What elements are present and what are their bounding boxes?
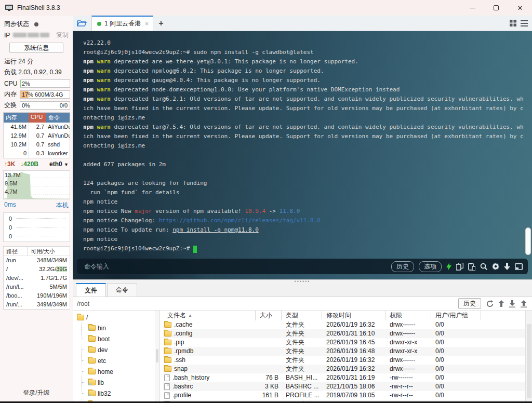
tree-item-lib[interactable]: lib xyxy=(82,377,155,388)
column-header[interactable]: 类型 xyxy=(282,311,322,320)
column-header[interactable]: 文件名▲ xyxy=(163,311,256,320)
refresh-icon[interactable] xyxy=(486,300,494,307)
tree-item-bin[interactable]: bin xyxy=(82,323,155,333)
grid-view-icon[interactable] xyxy=(510,20,516,26)
terminal-line: npm warn deprecated npmlog@6.0.2: This p… xyxy=(83,66,532,76)
session-tabbar: 1 阿里云香港 × + xyxy=(73,16,532,31)
file-row[interactable]: .pip文件夹2026/01/19 16:45drwxr-xr-x0/0 xyxy=(163,338,532,347)
tree-item-lib32[interactable]: lib32 xyxy=(82,388,155,399)
sort-ascending-icon: ▲ xyxy=(188,311,192,320)
file-row[interactable]: .rpmdb文件夹2026/01/19 16:48drwxr-xr-x0/0 xyxy=(163,347,532,356)
cpu-label: CPU xyxy=(4,80,20,87)
folder-icon xyxy=(88,369,96,374)
panel-resize-divider[interactable]: •••••• xyxy=(73,279,532,283)
path-history-button[interactable]: 历史 xyxy=(458,298,481,309)
file-row[interactable]: .profile161 BPROFILE ...2019/07/09 18:05… xyxy=(163,391,532,400)
search-icon[interactable] xyxy=(480,263,487,270)
terminal-line: npm warn deprecated node-domexception@1.… xyxy=(83,85,532,95)
new-tab-button[interactable]: + xyxy=(153,16,169,31)
process-table: 内存CPU命令41.6M2.7AliYunDu12.9M0.7AliYunDu1… xyxy=(3,112,70,158)
menu-icon[interactable] xyxy=(521,20,528,26)
interface-selector[interactable]: eth0 ▼ xyxy=(49,160,69,168)
column-header[interactable]: 大小 xyxy=(256,311,282,320)
tab-close-icon[interactable]: × xyxy=(145,20,149,28)
ping-latency: 0ms xyxy=(4,201,16,210)
file-row[interactable]: 73 BCFG 文件2026/01/19 16:450/0 xyxy=(163,400,532,401)
cpu-meter: 2% xyxy=(20,79,70,88)
ping-graph: 000 xyxy=(3,212,70,242)
file-list-scrollbar[interactable] xyxy=(525,311,532,401)
paste-icon[interactable] xyxy=(468,263,475,271)
terminal-line: npm warn deprecated tar@6.2.1: Old versi… xyxy=(83,95,532,104)
terminal-scrollbar[interactable] xyxy=(525,227,531,255)
command-input[interactable]: 命令输入 xyxy=(84,262,109,271)
file-row[interactable]: .bash_history76 BBASH_HI...2026/01/31 16… xyxy=(163,373,532,382)
upload-icon[interactable] xyxy=(521,300,527,307)
graph-axis-labels: 13.7M9.5M4.7M xyxy=(5,171,21,196)
close-button[interactable]: ✕ xyxy=(508,0,532,16)
download-arrow-icon[interactable] xyxy=(504,263,510,270)
options-button[interactable]: 选项 xyxy=(419,261,442,272)
terminal[interactable]: v22.22.0root@iZj6c9j0js104wecw2c9upZ:~# … xyxy=(73,31,532,279)
disk-row: /boo...190M/196M xyxy=(4,291,70,300)
file-panel-tabs: 文件 命令 xyxy=(73,283,532,297)
tree-item-boot[interactable]: boot xyxy=(82,333,155,344)
memory-label: 内存 xyxy=(4,90,20,99)
tree-item-root[interactable]: / xyxy=(77,312,155,323)
file-row[interactable]: .ssh文件夹2026/01/19 16:32drwx------0/0 xyxy=(163,356,532,365)
window-title: FinalShell 3.8.3 xyxy=(17,4,60,11)
file-row[interactable]: snap文件夹2026/01/19 16:32drwx------0/0 xyxy=(163,365,532,373)
terminal-line: 124 packages are looking for funding xyxy=(83,179,532,188)
connection-manager-button[interactable] xyxy=(73,16,91,31)
column-header[interactable]: 修改时间 xyxy=(322,311,385,320)
tab-session-1[interactable]: 1 阿里云香港 × xyxy=(91,16,153,31)
tab-label: 1 阿里云香港 xyxy=(104,19,141,28)
file-browser: /binbootdevetchomeliblib32lib64 文件名▲大小类型… xyxy=(73,311,532,401)
ip-value-redacted xyxy=(13,33,49,37)
terminal-line: npm warn deprecated gauge@4.0.4: This pa… xyxy=(83,76,532,85)
copy-ip-link[interactable]: 复制 xyxy=(56,31,69,39)
swap-meter: 0% 0/0 xyxy=(20,101,70,110)
terminal-line: npm notice xyxy=(83,235,532,244)
terminal-line: ontacting i@izs.me xyxy=(83,113,532,123)
path-input[interactable]: /root xyxy=(77,300,89,307)
history-button[interactable]: 历史 xyxy=(391,261,414,272)
uptime-text: 运行 24 分 xyxy=(0,56,73,67)
up-directory-icon[interactable] xyxy=(499,300,504,307)
terminal-line: ich have been fixed in the current versi… xyxy=(83,104,532,113)
file-row[interactable]: .cache文件夹2026/01/19 16:32drwx------0/0 xyxy=(163,320,532,329)
connected-status-dot xyxy=(97,22,101,26)
download-icon[interactable] xyxy=(509,300,515,307)
folder-icon xyxy=(88,347,96,353)
settings-gear-icon[interactable] xyxy=(492,263,499,270)
file-table: 文件名▲大小类型修改时间权限用户/用户组 .cache文件夹2026/01/19… xyxy=(160,311,532,401)
process-row: 00.3kworker xyxy=(4,149,70,158)
tree-item-lib64[interactable]: lib64 xyxy=(82,399,155,401)
tree-item-dev[interactable]: dev xyxy=(82,344,155,355)
tree-item-home[interactable]: home xyxy=(82,366,155,377)
disk-table-header: 路径可用/大小 xyxy=(4,247,70,256)
system-info-button[interactable]: 系统信息 xyxy=(9,43,63,53)
finalshell-window: FinalShell 3.8.3 ✕ 同步状态 IP 复制 系统信息 运行 24… xyxy=(0,0,532,403)
ping-row: 0 xyxy=(4,223,70,232)
tree-item-etc[interactable]: etc xyxy=(82,355,155,366)
tree-scrollbar[interactable] xyxy=(155,311,159,401)
tab-files[interactable]: 文件 xyxy=(76,283,106,297)
column-header[interactable]: 用户/用户组 xyxy=(431,311,481,320)
file-icon xyxy=(164,392,170,399)
minimize-button[interactable] xyxy=(460,0,484,16)
terminal-line: npm warn deprecated are-we-there-yet@3.0… xyxy=(83,57,532,66)
file-row[interactable]: .bashrc3 KBBASHRC ...2021/10/15 18:06-rw… xyxy=(163,382,532,391)
tab-commands[interactable]: 命令 xyxy=(107,283,137,297)
sync-status-label: 同步状态 xyxy=(4,20,29,29)
maximize-button[interactable] xyxy=(484,0,508,16)
column-header[interactable]: 权限 xyxy=(385,311,431,320)
symlink-folder-icon xyxy=(88,380,96,385)
window-mode-icon[interactable] xyxy=(515,263,523,270)
terminal-line: npm warn deprecated tar@7.5.4: Old versi… xyxy=(83,123,532,132)
quick-command-icon[interactable] xyxy=(446,263,451,271)
ping-host[interactable]: 本机 xyxy=(56,201,69,210)
file-row[interactable]: .config文件夹2026/01/31 16:10drwx------0/0 xyxy=(163,329,532,338)
copy-icon[interactable] xyxy=(456,263,463,271)
login-upgrade-link[interactable]: 登录/升级 xyxy=(0,388,73,397)
